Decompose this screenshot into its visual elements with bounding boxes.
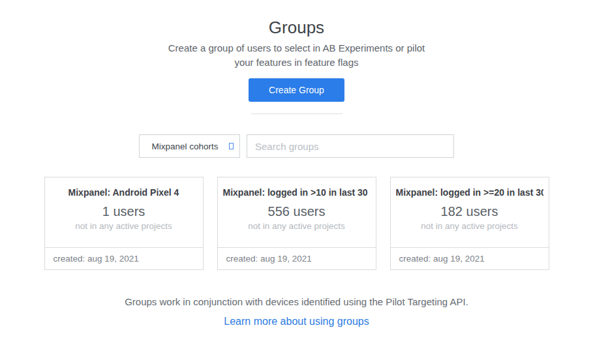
group-card-created-label: created: aug 19, 2021 — [218, 247, 376, 269]
group-card[interactable]: Mixpanel: logged in >=20 in last 30... 1… — [390, 177, 549, 270]
groups-info-text: Groups work in conjunction with devices … — [0, 296, 593, 307]
footer-link-row: Learn more about using groups — [0, 316, 593, 327]
section-divider — [251, 114, 342, 114]
filter-controls: Mixpanel cohorts — [0, 134, 593, 158]
page-subtitle: Create a group of users to select in AB … — [166, 41, 427, 70]
group-card-status: not in any active projects — [50, 221, 198, 231]
group-card[interactable]: Mixpanel: Android Pixel 4 1 users not in… — [44, 177, 204, 270]
group-card-title: Mixpanel: logged in >10 in last 30 ... — [223, 187, 371, 198]
group-card-status: not in any active projects — [396, 221, 543, 231]
cohort-source-dropdown[interactable]: Mixpanel cohorts — [139, 134, 240, 158]
dropdown-indicator-icon — [229, 143, 234, 149]
search-groups-input[interactable] — [247, 134, 454, 158]
group-card[interactable]: Mixpanel: logged in >10 in last 30 ... 5… — [217, 177, 376, 270]
page-title: Groups — [0, 0, 593, 38]
group-card-body: Mixpanel: logged in >10 in last 30 ... 5… — [218, 177, 376, 247]
create-group-button[interactable]: Create Group — [249, 78, 344, 102]
learn-more-link[interactable]: Learn more about using groups — [224, 316, 369, 327]
group-card-users-count: 1 users — [50, 204, 198, 219]
group-card-title: Mixpanel: logged in >=20 in last 30... — [396, 187, 543, 198]
group-card-status: not in any active projects — [223, 221, 371, 231]
groups-page: Groups Create a group of users to select… — [0, 0, 593, 364]
group-card-created-label: created: aug 19, 2021 — [391, 247, 549, 269]
group-card-body: Mixpanel: logged in >=20 in last 30... 1… — [391, 177, 549, 247]
group-card-users-count: 182 users — [396, 204, 543, 219]
cohort-source-dropdown-label: Mixpanel cohorts — [151, 142, 227, 151]
group-card-title: Mixpanel: Android Pixel 4 — [50, 187, 198, 198]
group-cards-row: Mixpanel: Android Pixel 4 1 users not in… — [0, 177, 593, 270]
group-card-users-count: 556 users — [223, 204, 371, 219]
group-card-body: Mixpanel: Android Pixel 4 1 users not in… — [45, 177, 203, 247]
create-group-button-row: Create Group — [0, 78, 593, 102]
group-card-created-label: created: aug 19, 2021 — [45, 247, 203, 269]
